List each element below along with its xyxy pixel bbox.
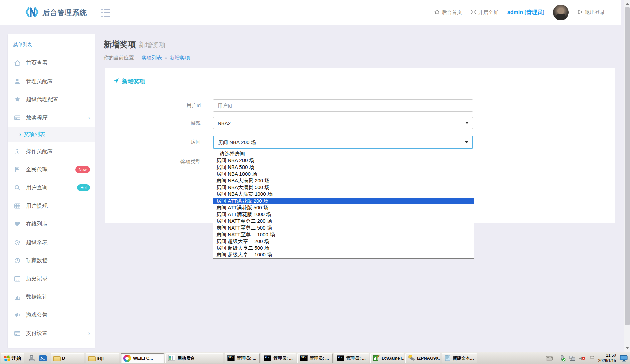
- scrollbar-thumb[interactable]: [625, 7, 630, 325]
- room-select[interactable]: 房间 NBA 200 场: [213, 136, 473, 149]
- taskbar-separator: [26, 354, 26, 363]
- start-button[interactable]: 开始: [1, 353, 24, 363]
- logo-icon: [25, 5, 39, 20]
- taskbar-button-new-text[interactable]: 新建文本...: [442, 353, 477, 363]
- sidebar-item-user-withdraw[interactable]: 用户提现: [8, 197, 95, 215]
- tray-clock[interactable]: 21:50 2026/1/15: [598, 353, 616, 363]
- room-option[interactable]: 房间 NBA大满贯 500 场: [213, 184, 474, 191]
- taskbar-button-cmd-admin-2[interactable]: C:\_ 管理员: ...: [261, 353, 296, 363]
- nav-user-label[interactable]: admin [管理员]: [507, 9, 544, 16]
- menu-list-icon[interactable]: [101, 9, 111, 17]
- sidebar-item-label: 历史记录: [26, 275, 48, 282]
- room-option[interactable]: 房间 超级大亨二 200 场: [213, 238, 474, 245]
- sidebar-item-national-agent[interactable]: 全民代理 New: [8, 160, 95, 179]
- sidebar-item-label: 超级杀表: [26, 239, 48, 246]
- avatar[interactable]: [553, 5, 569, 20]
- room-option[interactable]: 房间 NBA 200 场: [213, 157, 474, 164]
- breadcrumb-link-prize-list[interactable]: 奖项列表: [142, 55, 162, 61]
- game-label: 游戏: [105, 117, 201, 129]
- taskbar-button-folder-sql[interactable]: sql: [86, 353, 119, 363]
- taskbar-button-izpnag[interactable]: IZPNAG9X...: [405, 353, 440, 363]
- sidebar-item-player-data[interactable]: 玩家数据: [8, 251, 95, 270]
- volume-muted-icon[interactable]: [579, 355, 585, 362]
- taskbar-button-label: 管理员: ...: [237, 355, 256, 361]
- table-icon: [13, 202, 21, 210]
- sidebar-item-statistics[interactable]: 数据统计: [8, 288, 95, 306]
- quicklaunch-powershell-icon[interactable]: [38, 354, 48, 363]
- sidebar-subitem-label: 奖项列表: [24, 131, 45, 138]
- sidebar-subitem-prize-list[interactable]: › 奖项列表: [8, 127, 95, 142]
- taskbar-button-label: sql: [97, 356, 104, 361]
- game-select[interactable]: NBA2: [213, 117, 473, 129]
- room-option[interactable]: 房间 ATT满花版 1000 场: [213, 211, 474, 218]
- sidebar-item-game-announcement[interactable]: 游戏公告: [8, 306, 95, 324]
- sidebar-item-admin-config[interactable]: 管理员配置: [8, 72, 95, 90]
- show-desktop-icon[interactable]: [619, 355, 628, 362]
- keyboard-icon[interactable]: [546, 355, 553, 362]
- taskbar-button-folder-d[interactable]: D: [51, 353, 84, 363]
- room-option[interactable]: 房间 超级大亨二 500 场: [213, 245, 474, 251]
- room-select-value: 房间 NBA 200 场: [218, 139, 256, 146]
- taskbar-button-cmd-admin-1[interactable]: C:\_ 管理员: ...: [225, 353, 260, 363]
- windows-taskbar: 开始 D sql WEILI C... 启动后台 C:\_ 管理员: ... C…: [0, 352, 630, 364]
- taskbar-button-label: WEILI C...: [133, 356, 153, 361]
- nav-home-link[interactable]: 后台首页: [434, 9, 462, 16]
- taskbar-button-weili[interactable]: WEILI C...: [121, 353, 164, 363]
- sidebar-item-operator-config[interactable]: 操作员配置: [8, 142, 95, 160]
- breadcrumb-separator: »: [165, 55, 167, 60]
- breadcrumb-link-add-prize[interactable]: 新增奖项: [170, 55, 190, 61]
- nav-logout-link[interactable]: 退出登录: [577, 9, 605, 16]
- chevron-right-icon: ›: [88, 115, 90, 121]
- taskbar-button-cmd-admin-4[interactable]: C:\_ 管理员: ...: [334, 353, 369, 363]
- room-option-highlighted[interactable]: 房间 ATT满花版 200 场: [213, 198, 474, 204]
- room-option[interactable]: 房间 NBA大满贯 200 场: [213, 177, 474, 184]
- sidebar-item-payment-settings[interactable]: 支付设置 ›: [8, 324, 95, 342]
- chart-pencil-icon: [373, 354, 380, 362]
- megaphone-icon: [13, 311, 21, 319]
- action-center-flag-icon[interactable]: [589, 355, 595, 362]
- room-option[interactable]: 房间 ATT满花版 500 场: [213, 204, 474, 211]
- new-badge: New: [75, 166, 90, 173]
- room-option[interactable]: 房间 NBA 1000 场: [213, 171, 474, 177]
- star-icon: [13, 96, 21, 103]
- browser-scrollbar[interactable]: [624, 0, 630, 352]
- usb-device-icon[interactable]: [559, 355, 566, 362]
- taskbar-button-cmd-admin-3[interactable]: C:\_ 管理员: ...: [297, 353, 333, 363]
- quicklaunch-device-icon[interactable]: [27, 354, 37, 363]
- network-icon[interactable]: [569, 355, 576, 362]
- nav-fullscreen-link[interactable]: 开启全屏: [471, 9, 498, 16]
- room-option[interactable]: 房间 NBA 500 场: [213, 164, 474, 171]
- windows-logo-icon: [4, 355, 10, 361]
- sidebar-item-super-agent-config[interactable]: 超级代理配置: [8, 90, 95, 109]
- gear-icon: [13, 239, 21, 246]
- scroll-down-arrow[interactable]: [624, 345, 630, 351]
- user-id-label: 用户Id: [105, 99, 201, 112]
- panel-title: 新增奖项: [113, 78, 145, 85]
- sidebar-item-prize-program[interactable]: 放奖程序 ›: [8, 109, 95, 127]
- chevron-right-icon: ›: [88, 330, 90, 336]
- tray-time: 21:50: [598, 353, 616, 358]
- sidebar-item-label: 用户提现: [26, 203, 48, 210]
- room-option[interactable]: 房间 NBA大满贯 1000 场: [213, 191, 474, 198]
- sidebar-item-history[interactable]: 历史记录: [8, 270, 95, 288]
- tools-icon: [408, 354, 415, 362]
- taskbar-button-launch-backend[interactable]: 启动后台: [165, 353, 223, 363]
- room-option[interactable]: --请选择房间--: [213, 150, 474, 157]
- hot-badge: Hot: [77, 184, 90, 191]
- sidebar-item-label: 游戏公告: [26, 312, 48, 319]
- sidebar-item-online-list[interactable]: 在线列表: [8, 215, 95, 233]
- sidebar-item-super-kill[interactable]: 超级杀表: [8, 233, 95, 251]
- scroll-up-arrow[interactable]: [624, 1, 630, 7]
- taskbar-button-gamet[interactable]: D:\GameT...: [370, 353, 404, 363]
- room-option[interactable]: 房间 超级大亨二 1000 场: [213, 251, 474, 258]
- room-option[interactable]: 房间 NATT至尊二 1000 场: [213, 231, 474, 238]
- room-option[interactable]: 房间 NATT至尊二 200 场: [213, 218, 474, 224]
- room-option[interactable]: 房间 NATT至尊二 500 场: [213, 224, 474, 231]
- sidebar-item-label: 操作员配置: [26, 148, 53, 155]
- tray-date: 2026/1/15: [598, 358, 616, 364]
- user-id-input[interactable]: [213, 99, 473, 112]
- sidebar-item-home[interactable]: 首页查看: [8, 54, 95, 72]
- sidebar-item-user-query[interactable]: 用户查询 Hot: [8, 179, 95, 197]
- taskbar-button-label: IZPNAG9X...: [417, 356, 440, 361]
- game-select-value: NBA2: [218, 120, 231, 126]
